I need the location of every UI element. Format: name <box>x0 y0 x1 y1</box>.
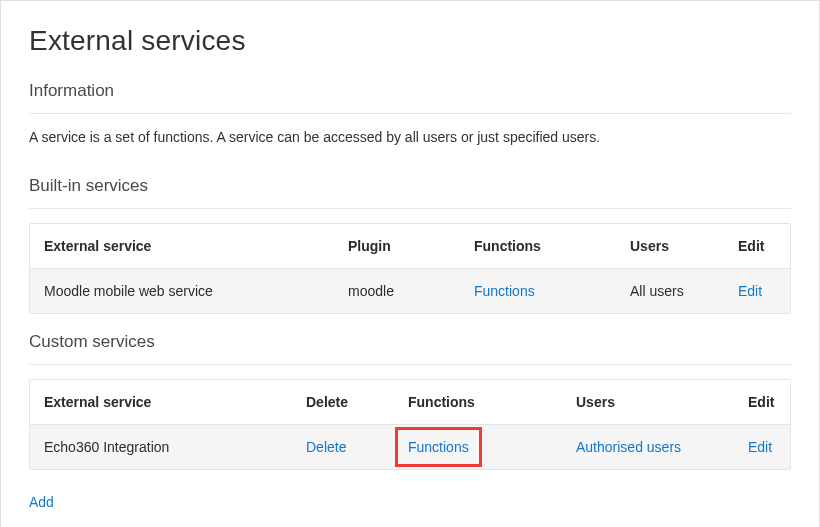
custom-services-heading: Custom services <box>29 332 791 352</box>
col-header-plugin: Plugin <box>348 238 474 254</box>
information-text: A service is a set of functions. A servi… <box>29 128 791 148</box>
cell-plugin: moodle <box>348 283 474 299</box>
cell-service-name: Moodle mobile web service <box>44 283 348 299</box>
information-heading: Information <box>29 81 791 101</box>
builtin-services-table: External service Plugin Functions Users … <box>29 223 791 314</box>
col-header-users: Users <box>576 394 748 410</box>
authorised-users-link[interactable]: Authorised users <box>576 439 681 455</box>
edit-link[interactable]: Edit <box>748 439 772 455</box>
divider <box>29 208 791 209</box>
cell-users: All users <box>630 283 738 299</box>
col-header-service: External service <box>44 394 306 410</box>
col-header-delete: Delete <box>306 394 408 410</box>
cell-service-name: Echo360 Integration <box>44 439 306 455</box>
custom-services-table: External service Delete Functions Users … <box>29 379 791 470</box>
col-header-functions: Functions <box>408 394 576 410</box>
delete-link[interactable]: Delete <box>306 439 346 455</box>
add-service-link[interactable]: Add <box>29 494 54 510</box>
col-header-functions: Functions <box>474 238 630 254</box>
functions-link[interactable]: Functions <box>474 283 535 299</box>
edit-link[interactable]: Edit <box>738 283 762 299</box>
external-services-panel: External services Information A service … <box>0 0 820 527</box>
col-header-edit: Edit <box>738 238 776 254</box>
divider <box>29 113 791 114</box>
col-header-service: External service <box>44 238 348 254</box>
table-header-row: External service Plugin Functions Users … <box>30 224 790 269</box>
col-header-edit: Edit <box>748 394 782 410</box>
builtin-services-heading: Built-in services <box>29 176 791 196</box>
table-row: Moodle mobile web service moodle Functio… <box>30 269 790 313</box>
table-row: Echo360 Integration Delete Functions Aut… <box>30 425 790 469</box>
highlighted-functions-box: Functions <box>395 427 482 467</box>
table-header-row: External service Delete Functions Users … <box>30 380 790 425</box>
page-title: External services <box>29 25 791 57</box>
col-header-users: Users <box>630 238 738 254</box>
divider <box>29 364 791 365</box>
functions-link[interactable]: Functions <box>408 439 469 455</box>
